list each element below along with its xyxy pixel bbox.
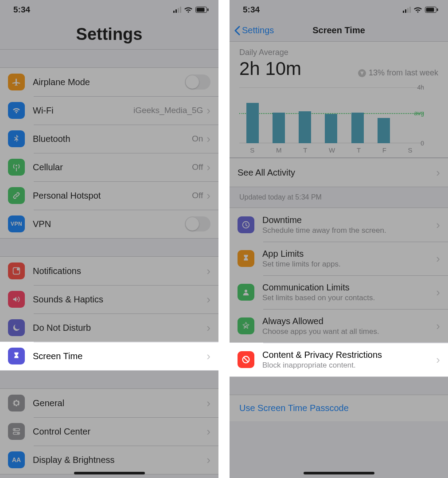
chevron-right-icon: › bbox=[206, 426, 210, 437]
home-indicator[interactable] bbox=[74, 472, 145, 474]
row-value: Off bbox=[192, 191, 203, 200]
bluetooth-row[interactable]: BluetoothOn› bbox=[0, 125, 218, 153]
use-passcode-link[interactable]: Use Screen Time Passcode bbox=[230, 395, 448, 421]
svg-rect-10 bbox=[426, 8, 434, 12]
row-subtitle: Choose apps you want at all times. bbox=[262, 327, 436, 336]
display-row[interactable]: AADisplay & Brightness› bbox=[0, 446, 218, 474]
chevron-right-icon: › bbox=[206, 190, 210, 201]
row-label: Wi-Fi bbox=[33, 106, 133, 116]
general-row[interactable]: General› bbox=[0, 389, 218, 417]
chevron-right-icon: › bbox=[436, 167, 440, 178]
chevron-right-icon: › bbox=[206, 294, 210, 305]
svg-point-8 bbox=[17, 432, 19, 434]
screentime-row[interactable]: Screen Time› bbox=[0, 342, 218, 370]
chart-bar bbox=[325, 114, 337, 143]
chevron-right-icon: › bbox=[206, 105, 210, 116]
chevron-right-icon: › bbox=[436, 253, 440, 264]
svg-point-6 bbox=[14, 429, 16, 430]
row-subtitle: Block inappropriate content. bbox=[262, 361, 436, 370]
content-row[interactable]: Content & Privacy RestrictionsBlock inap… bbox=[230, 343, 448, 376]
gear-icon bbox=[8, 395, 25, 411]
settings-group-general: General›Control Center›AADisplay & Brigh… bbox=[0, 388, 218, 474]
switches-icon bbox=[8, 423, 25, 440]
cellular-row[interactable]: CellularOff› bbox=[0, 153, 218, 181]
wifi-icon bbox=[413, 7, 422, 13]
hourglass-icon bbox=[8, 348, 25, 364]
chevron-right-icon: › bbox=[206, 265, 210, 277]
vpn-row[interactable]: VPNVPN bbox=[0, 210, 218, 238]
clock-icon bbox=[238, 216, 254, 233]
hourglass-icon bbox=[238, 250, 254, 267]
row-label: Sounds & Haptics bbox=[33, 294, 206, 305]
chart-bar bbox=[246, 103, 259, 143]
row-label: Do Not Disturb bbox=[33, 323, 206, 333]
row-value: iGeeks_Media_5G bbox=[133, 106, 203, 115]
antenna-icon bbox=[8, 159, 25, 176]
see-all-activity-row[interactable]: See All Activity › bbox=[230, 158, 448, 187]
daily-average-value: 2h 10m bbox=[239, 58, 301, 79]
daily-average-block: Daily Average 2h 10m ▼ 13% from last wee… bbox=[230, 42, 448, 158]
status-time: 5:34 bbox=[13, 5, 30, 15]
downtime-row[interactable]: DowntimeSchedule time away from the scre… bbox=[230, 208, 448, 242]
back-button[interactable]: Settings bbox=[230, 25, 274, 35]
home-indicator[interactable] bbox=[304, 472, 374, 474]
dnd-row[interactable]: Do Not Disturb› bbox=[0, 313, 218, 342]
chevron-right-icon: › bbox=[206, 397, 210, 409]
chevron-right-icon: › bbox=[436, 320, 440, 332]
row-label: Bluetooth bbox=[33, 134, 192, 144]
row-label: Cellular bbox=[33, 162, 192, 172]
nav-bar: Settings Screen Time bbox=[230, 20, 448, 42]
chevron-right-icon: › bbox=[206, 322, 210, 333]
chevron-right-icon: › bbox=[436, 219, 440, 231]
screentime-screen: 5:34 Settings Screen Time Daily Average … bbox=[230, 0, 448, 478]
link-icon bbox=[8, 187, 25, 204]
status-bar: 5:34 bbox=[0, 0, 218, 20]
airplane-row[interactable]: Airplane Mode bbox=[0, 68, 218, 96]
applimits-row[interactable]: App LimitsSet time limits for apps.› bbox=[230, 242, 448, 275]
battery-icon bbox=[425, 7, 438, 13]
trend-down-icon: ▼ bbox=[358, 69, 366, 77]
moon-icon bbox=[8, 319, 25, 336]
battery-icon bbox=[195, 7, 209, 13]
chevron-right-icon: › bbox=[436, 354, 440, 365]
svg-point-13 bbox=[245, 290, 247, 292]
toggle-switch[interactable] bbox=[185, 216, 210, 231]
chart-bar bbox=[273, 113, 285, 143]
use-passcode-label: Use Screen Time Passcode bbox=[239, 403, 349, 413]
toggle-switch[interactable] bbox=[185, 74, 210, 90]
chevron-right-icon: › bbox=[436, 286, 440, 298]
see-all-group: See All Activity › bbox=[230, 158, 448, 187]
status-time: 5:34 bbox=[243, 5, 260, 15]
row-subtitle: Set limits based on your contacts. bbox=[262, 294, 436, 302]
sounds-row[interactable]: Sounds & Haptics› bbox=[0, 285, 218, 313]
hotspot-row[interactable]: Personal HotspotOff› bbox=[0, 181, 218, 210]
controlcenter-row[interactable]: Control Center› bbox=[0, 417, 218, 446]
chart-xlabel: S bbox=[408, 146, 413, 154]
row-label: VPN bbox=[33, 219, 185, 229]
cellular-signal-icon bbox=[173, 7, 181, 13]
trend: ▼ 13% from last week bbox=[358, 68, 438, 78]
screentime-options-group: DowntimeSchedule time away from the scre… bbox=[230, 208, 448, 377]
back-label: Settings bbox=[242, 25, 274, 35]
row-value: On bbox=[192, 134, 203, 144]
notifications-row[interactable]: Notifications› bbox=[0, 257, 218, 285]
chart-xlabel: T bbox=[303, 146, 307, 154]
status-bar: 5:34 bbox=[230, 0, 448, 20]
wifi-row[interactable]: Wi-FiiGeeks_Media_5G› bbox=[0, 96, 218, 125]
settings-group-alerts: Notifications›Sounds & Haptics›Do Not Di… bbox=[0, 256, 218, 371]
trend-text: 13% from last week bbox=[369, 68, 438, 78]
svg-rect-11 bbox=[437, 8, 438, 11]
status-icons bbox=[173, 7, 209, 13]
chart-bar bbox=[351, 113, 364, 143]
chevron-right-icon: › bbox=[206, 161, 210, 173]
always-row[interactable]: Always AllowedChoose apps you want at al… bbox=[230, 309, 448, 343]
bell-icon bbox=[8, 263, 25, 279]
row-label: Personal Hotspot bbox=[33, 191, 192, 201]
cellular-signal-icon bbox=[403, 7, 411, 13]
row-label: Display & Brightness bbox=[33, 455, 206, 465]
row-title: Downtime bbox=[262, 215, 436, 225]
commlimits-row[interactable]: Communication LimitsSet limits based on … bbox=[230, 275, 448, 309]
see-all-label: See All Activity bbox=[238, 168, 436, 178]
row-subtitle: Set time limits for apps. bbox=[262, 260, 436, 269]
chevron-left-icon bbox=[234, 26, 240, 35]
